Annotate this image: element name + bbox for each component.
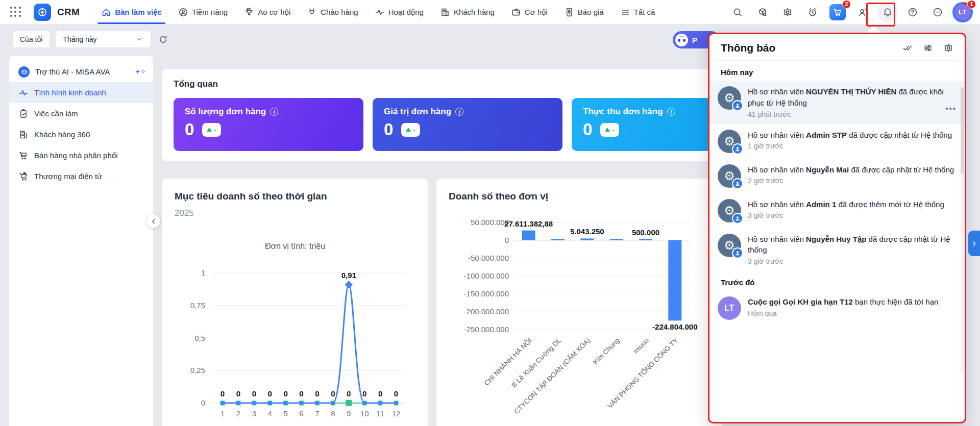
initials-avatar: LT bbox=[718, 296, 741, 320]
main-nav: Bàn làm việcTiềm năngAo cơ hộiChào hàngH… bbox=[93, 0, 663, 24]
sidebar-item-viec-can-lam[interactable]: Việc cần làm bbox=[9, 103, 153, 124]
sidebar-item-ban-hang-npp[interactable]: Bán hàng nhà phân phối bbox=[9, 145, 153, 166]
notification-panel: Thông báo Hôm nay⚙Hồ sơ nhân viên NGUYỄN… bbox=[708, 33, 966, 423]
notification-item[interactable]: ⚙Hồ sơ nhân viên Nguyễn Huy Tập đã được … bbox=[709, 228, 965, 271]
svg-text:-224.804.000: -224.804.000 bbox=[652, 322, 697, 331]
building-icon bbox=[18, 130, 29, 140]
tab-ao-co-hoi[interactable]: Ao cơ hội bbox=[242, 0, 292, 24]
svg-text:0: 0 bbox=[252, 389, 256, 398]
svg-text:0: 0 bbox=[394, 389, 398, 398]
cart-white-icon bbox=[832, 7, 843, 17]
svg-text:11: 11 bbox=[376, 409, 384, 418]
sidebar-item-tinh-hinh-kinh-doanh[interactable]: Tình hình kinh doanh bbox=[9, 82, 153, 103]
sidebar-item-label: Khách hàng 360 bbox=[34, 130, 90, 139]
kpi-label: Số lượng đơn hàng bbox=[185, 107, 266, 117]
app-launcher-icon[interactable] bbox=[10, 7, 21, 18]
product-search-button[interactable] bbox=[752, 2, 773, 22]
expand-panel-toggle[interactable] bbox=[968, 231, 980, 256]
tab-tiem-nang[interactable]: Tiềm năng bbox=[177, 0, 229, 24]
tab-tat-ca[interactable]: Tất cả bbox=[619, 0, 657, 24]
filter-button[interactable] bbox=[923, 43, 933, 53]
menu-icon bbox=[620, 7, 630, 17]
trend-up-icon bbox=[605, 128, 610, 132]
sidebar-item-khach-hang-360[interactable]: Khách hàng 360 bbox=[9, 124, 153, 145]
settings-button[interactable] bbox=[777, 2, 798, 22]
svg-text:5.043.250: 5.043.250 bbox=[570, 227, 604, 236]
kpi-value: 0 bbox=[583, 120, 592, 139]
sidebar-item-label: Tình hình kinh doanh bbox=[34, 88, 106, 97]
svg-text:8: 8 bbox=[331, 409, 335, 418]
svg-text:0: 0 bbox=[268, 389, 272, 398]
sales-by-unit-bar-chart[interactable]: 50.000.0000-50.000.000-100.000.000-150.0… bbox=[449, 211, 710, 426]
notification-item[interactable]: ⚙Hồ sơ nhân viên Nguyễn Mai đã được cập … bbox=[709, 159, 965, 193]
kpi-card-1[interactable]: Giá trị đơn hàngi 0 - bbox=[373, 98, 562, 151]
notification-item[interactable]: ⚙Hồ sơ nhân viên Admin STP đã được cập n… bbox=[709, 124, 965, 159]
reminder-button[interactable] bbox=[802, 2, 823, 22]
notif-settings-button[interactable] bbox=[943, 43, 953, 53]
notification-time: 1 giờ trước bbox=[748, 142, 954, 150]
home-icon bbox=[101, 7, 111, 17]
tab-khach-hang[interactable]: Khách hàng bbox=[438, 0, 496, 24]
period-select[interactable]: Tháng này bbox=[55, 31, 151, 48]
notification-item[interactable]: ⚙Hồ sơ nhân viên Admin 1 đã được thêm mớ… bbox=[709, 193, 965, 228]
svg-text:0,5: 0,5 bbox=[194, 334, 205, 342]
svg-text:0: 0 bbox=[201, 398, 205, 407]
employee-badge-icon bbox=[732, 247, 743, 259]
person-add-icon bbox=[857, 7, 868, 17]
notifications-button[interactable] bbox=[877, 2, 898, 22]
search-icon bbox=[732, 7, 743, 17]
scope-filter-button[interactable]: Của tôi bbox=[12, 31, 50, 48]
notification-time: Hôm qua bbox=[748, 309, 954, 317]
notification-text: Hồ sơ nhân viên Admin 1 đã được thêm mới… bbox=[748, 199, 954, 210]
kpi-label: Giá trị đơn hàng bbox=[384, 107, 451, 117]
crm-logo[interactable] bbox=[34, 4, 51, 21]
more-button[interactable] bbox=[927, 2, 948, 22]
info-icon: i bbox=[455, 108, 463, 116]
panel-scrollbar[interactable] bbox=[961, 87, 964, 373]
system-avatar: ⚙ bbox=[718, 130, 741, 153]
tab-bao-gia[interactable]: Báo giá bbox=[562, 0, 605, 24]
help-icon bbox=[908, 7, 918, 17]
mark-all-read-button[interactable] bbox=[902, 43, 913, 53]
tab-co-hoi[interactable]: Cơ hội bbox=[509, 0, 549, 24]
notification-item[interactable]: LTCuộc gọi Gọi KH gia hạn T12 bạn thực h… bbox=[709, 291, 965, 325]
person-circle-icon bbox=[178, 7, 188, 17]
notification-title: Thông báo bbox=[721, 42, 892, 54]
item-menu-button[interactable]: ••• bbox=[945, 104, 957, 113]
search-button[interactable] bbox=[727, 2, 748, 22]
tab-hoat-dong[interactable]: Hoạt động bbox=[373, 0, 425, 24]
refresh-icon[interactable] bbox=[158, 35, 168, 44]
sidebar-item-tro-thu-ai[interactable]: Trợ thủ AI - MISA AVA✦✧ bbox=[9, 61, 153, 82]
user-avatar[interactable]: LT1 bbox=[952, 2, 973, 22]
help-button[interactable] bbox=[902, 2, 923, 22]
magnet-icon bbox=[307, 7, 317, 17]
chart-title: Mục tiêu doanh số theo thời gian bbox=[175, 191, 415, 202]
kpi-card-0[interactable]: Số lượng đơn hàngi 0 - bbox=[174, 98, 363, 151]
store-button[interactable]: 2 bbox=[827, 2, 848, 22]
notification-text: Hồ sơ nhân viên Nguyễn Huy Tập đã được c… bbox=[748, 234, 954, 256]
sales-target-line-chart[interactable]: 10,750,50,250123456789101112000000000000… bbox=[175, 256, 415, 424]
kpi-value: 0 bbox=[185, 120, 194, 139]
charts-row: Mục tiêu doanh số theo thời gian 2025 Đơ… bbox=[162, 179, 795, 426]
cube-icon bbox=[757, 7, 768, 17]
system-avatar: ⚙ bbox=[718, 86, 741, 110]
sidebar-collapse-button[interactable] bbox=[146, 214, 160, 228]
svg-text:-150.000.000: -150.000.000 bbox=[464, 289, 509, 298]
svg-text:0: 0 bbox=[331, 389, 335, 398]
svg-text:12: 12 bbox=[392, 409, 401, 418]
employee-badge-icon bbox=[732, 143, 743, 155]
tab-ban-lam-viec[interactable]: Bàn làm việc bbox=[100, 0, 163, 24]
sidebar-item-label: Bán hàng nhà phân phối bbox=[34, 151, 117, 160]
dashboard: Tổng quan Số lượng đơn hàngi 0 -Giá trị … bbox=[162, 56, 795, 426]
sidebar-item-thuong-mai-dien-tu[interactable]: Thương mại điện tử bbox=[9, 166, 153, 187]
chart-subtitle: 2025 bbox=[175, 208, 415, 218]
building-icon bbox=[440, 7, 450, 17]
kpi-row: Số lượng đơn hàngi 0 -Giá trị đơn hàngi … bbox=[174, 98, 775, 151]
notification-section-label: Hôm nay bbox=[709, 61, 965, 81]
trolley-icon bbox=[18, 151, 29, 161]
svg-text:0: 0 bbox=[505, 236, 509, 244]
tab-chao-hang[interactable]: Chào hàng bbox=[305, 0, 359, 24]
notification-item[interactable]: ⚙Hồ sơ nhân viên NGUYỄN THỊ THÚY HIỀN đã… bbox=[709, 81, 965, 124]
add-user-button[interactable] bbox=[852, 2, 873, 22]
ava-pill-label: P bbox=[692, 36, 697, 44]
